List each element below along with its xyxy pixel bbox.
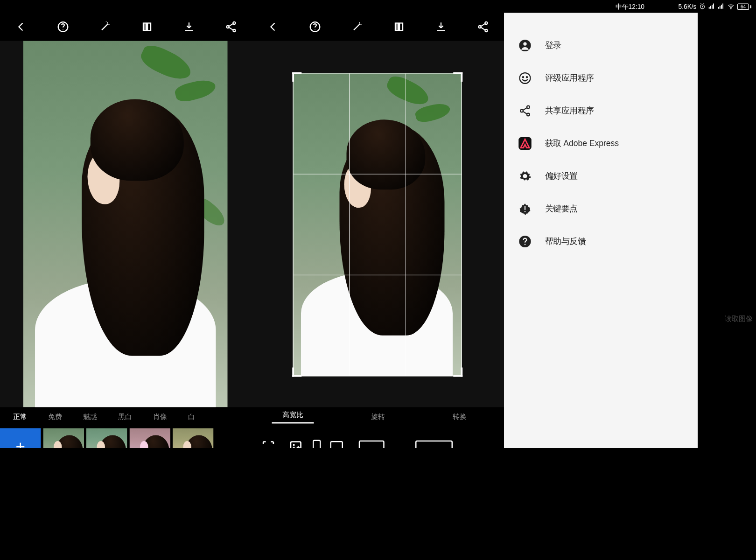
battery-icon: 64 [737, 3, 751, 10]
svg-rect-35 [713, 4, 714, 9]
wand-icon[interactable] [349, 19, 365, 35]
svg-rect-34 [712, 5, 713, 9]
svg-point-45 [526, 77, 527, 77]
wifi-icon [727, 3, 735, 10]
svg-rect-33 [710, 6, 711, 9]
filter-thumb[interactable]: 秋 [173, 428, 214, 448]
svg-point-24 [293, 444, 295, 446]
svg-rect-2 [143, 23, 147, 30]
crop-device[interactable]: 设备 [308, 435, 326, 448]
toolbar-1 [0, 13, 252, 41]
image-canvas-1[interactable] [0, 41, 252, 407]
signal-icon [708, 3, 715, 10]
filter-tab[interactable]: 黑白 [107, 412, 142, 421]
svg-point-22 [485, 29, 487, 32]
crop-tab[interactable]: 旋转 [361, 412, 396, 421]
svg-rect-3 [147, 23, 151, 30]
svg-point-43 [520, 73, 531, 84]
svg-rect-38 [721, 5, 722, 9]
svg-point-53 [525, 244, 526, 245]
svg-rect-32 [709, 7, 710, 9]
image-canvas-2[interactable] [252, 41, 504, 407]
download-icon[interactable] [433, 19, 449, 35]
svg-point-44 [523, 77, 524, 77]
menu-help[interactable]: 帮助与反馈 [515, 225, 687, 258]
svg-point-20 [485, 22, 487, 24]
signal-icon [718, 3, 725, 10]
crop-1-1[interactable]: 1:1 [328, 436, 346, 448]
menu-adobe-express[interactable]: 获取 Adobe Express [515, 127, 687, 160]
download-icon[interactable] [181, 19, 197, 35]
svg-point-4 [233, 22, 235, 24]
share-icon[interactable] [475, 19, 491, 35]
filter-thumb[interactable]: 正常 [43, 428, 84, 448]
filter-category-tabs[interactable]: 正常 免费 魅惑 黑白 肖像 白 [0, 407, 252, 426]
svg-point-40 [731, 8, 731, 9]
crop-tab[interactable]: 高宽比 [272, 410, 314, 423]
svg-point-48 [527, 113, 530, 116]
svg-rect-36 [718, 7, 719, 9]
svg-point-46 [527, 106, 530, 109]
compare-icon[interactable] [391, 19, 407, 35]
crop-free[interactable]: 自由大小 [253, 435, 284, 448]
svg-rect-39 [722, 4, 723, 9]
filter-thumb[interactable]: 斑纹 [130, 428, 171, 448]
filter-thumbnails: + 添加 正常 春 斑纹 秋 [0, 426, 252, 448]
menu-share[interactable]: 共享应用程序 [515, 95, 687, 127]
svg-point-21 [479, 26, 481, 28]
filter-tab[interactable]: 白 [177, 412, 205, 421]
toolbar-2 [252, 13, 504, 41]
svg-point-6 [233, 29, 235, 32]
filter-thumb[interactable]: 春 [86, 428, 127, 448]
svg-rect-18 [395, 23, 399, 30]
aspect-ratio-options: 自由大小 原图 设备 1:1 Facebook 广告 Facebook 个人资料… [252, 426, 504, 448]
menu-highlights[interactable]: 关键要点 [515, 193, 687, 225]
svg-point-49 [524, 175, 526, 178]
menu-rate[interactable]: 评级应用程序 [515, 62, 687, 95]
svg-rect-51 [525, 211, 525, 212]
crop-fb-ad[interactable]: Facebook 广告 [348, 435, 395, 448]
help-icon[interactable] [55, 19, 71, 35]
filter-tab[interactable]: 肖像 [142, 412, 177, 421]
crop-tab[interactable]: 转换 [442, 412, 477, 421]
back-button[interactable] [13, 19, 29, 35]
svg-point-42 [523, 42, 526, 45]
menu-preferences[interactable]: 偏好设置 [515, 160, 687, 193]
crop-frame[interactable] [293, 73, 462, 376]
filter-tab[interactable]: 魅惑 [72, 412, 107, 421]
crop-original[interactable]: 原图 [286, 435, 306, 448]
compare-icon[interactable] [139, 19, 155, 35]
back-button[interactable] [265, 19, 281, 35]
filter-tab[interactable]: 免费 [37, 412, 72, 421]
crop-fb-cover[interactable]: Facebook 个人资料封面 [398, 435, 471, 448]
svg-rect-50 [525, 206, 525, 210]
menu-login[interactable]: 登录 [515, 29, 687, 62]
filter-tab[interactable]: 正常 [2, 412, 37, 421]
alarm-icon [699, 3, 706, 10]
help-icon[interactable] [307, 19, 323, 35]
share-icon[interactable] [223, 19, 239, 35]
status-bar: 中午12:10 5.6K/s 64 [504, 0, 756, 13]
add-filter-button[interactable]: + 添加 [0, 428, 41, 448]
svg-point-1 [63, 29, 63, 30]
svg-rect-19 [399, 23, 403, 30]
svg-point-5 [227, 26, 229, 28]
wand-icon[interactable] [97, 19, 113, 35]
bg-hint-text: 读取图像 [725, 314, 753, 323]
crop-tabs[interactable]: 高宽比 旋转 转换 [252, 407, 504, 426]
drawer-menu: 登录 评级应用程序 共享应用程序 获取 Adobe Express 偏好设置 关… [504, 13, 698, 448]
svg-point-17 [315, 29, 315, 30]
svg-point-47 [520, 110, 523, 112]
svg-rect-37 [720, 6, 721, 9]
